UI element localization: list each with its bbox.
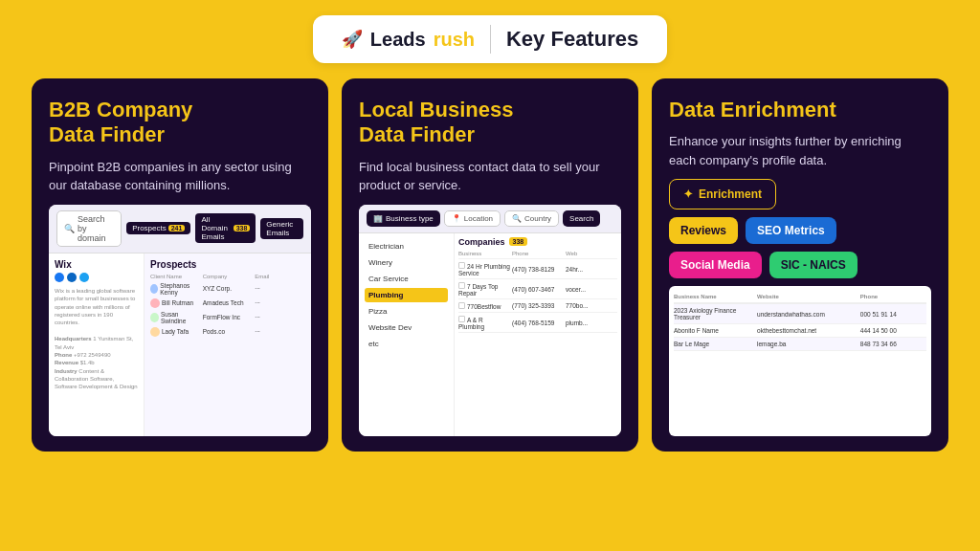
card1-mockup: 🔍 Search by domain Prospects 241 All Dom…: [49, 205, 311, 436]
card2-desc: Find local business contact data to sell…: [359, 158, 621, 195]
col-name: Client Name: [150, 274, 201, 279]
biz2-web: vocer...: [566, 286, 617, 293]
list-item-active[interactable]: Plumbing: [365, 288, 448, 302]
row1-name: 2023 Axiology Finance Treasurer: [674, 307, 753, 320]
card-b2b: B2B CompanyData Finder Pinpoint B2B comp…: [32, 78, 328, 452]
country-label: Country: [524, 214, 551, 223]
domain-label: All Domain Emails: [201, 215, 231, 241]
row4-email: ···: [255, 328, 305, 335]
sic-naics-label: SIC - NAICS: [781, 258, 846, 272]
enrichment-button[interactable]: ✦ Enrichment: [669, 179, 776, 209]
search-label: Search: [569, 214, 593, 223]
location-btn[interactable]: 📍 Location: [444, 210, 501, 227]
page-title: Key Features: [506, 27, 638, 52]
row1-email: ···: [255, 285, 305, 292]
checkbox[interactable]: [458, 316, 465, 322]
search-domain-btn[interactable]: 🔍 Search by domain: [56, 210, 122, 247]
table-row: Lady Tafa Pods.co ···: [150, 327, 305, 337]
results-title: Companies: [458, 237, 505, 247]
company-panel: Wix Wix is a leading global software pla…: [49, 253, 145, 436]
results-count: 338: [509, 237, 528, 246]
prospects-tag[interactable]: Prospects 241: [126, 222, 190, 234]
list-item[interactable]: Car Service: [365, 272, 448, 286]
list-item[interactable]: Winery: [365, 255, 448, 270]
tags-row-2: Social Media SIC - NAICS: [669, 252, 931, 278]
list-item[interactable]: Website Dev: [365, 320, 448, 335]
card3-mockup: ✦ Enrichment Reviews SEO Metrics Social …: [669, 179, 931, 436]
reviews-tag[interactable]: Reviews: [669, 217, 738, 244]
prospects-label: Prospects: [132, 224, 167, 232]
domain-emails-tag[interactable]: All Domain Emails 338: [195, 213, 256, 243]
header-divider: [490, 25, 491, 54]
twitter-icon: [79, 273, 89, 282]
row3-website: lemage.ba: [757, 341, 857, 347]
checkbox[interactable]: [458, 282, 465, 289]
row1-website: understandwhathas.com: [757, 311, 857, 318]
generic-label: Generic Emails: [266, 220, 298, 237]
table-row: 2023 Axiology Finance Treasurer understa…: [674, 304, 926, 324]
checkbox[interactable]: [458, 302, 465, 309]
sparkle-icon: ✦: [683, 187, 693, 201]
building-icon: 🏢: [373, 214, 383, 223]
generic-emails-tag[interactable]: Generic Emails: [260, 218, 303, 239]
header-bar: 🚀 Leadsrush Key Features: [313, 15, 667, 63]
table-row: 770Bestflow (770) 325-3393 770bo...: [458, 302, 617, 313]
biz1-name: 24 Hr Plumbing Service: [458, 263, 510, 276]
row3-phone: 848 73 34 66: [860, 341, 926, 347]
card2-title: Local BusinessData Finder: [359, 98, 621, 148]
results-header: Companies 338: [458, 237, 617, 247]
col-email: Email: [255, 274, 305, 279]
col-web: Web: [566, 251, 617, 256]
prospects-title: Prospects: [150, 259, 305, 270]
sic-naics-tag[interactable]: SIC - NAICS: [769, 252, 858, 278]
facebook-icon: [55, 273, 64, 282]
country-btn[interactable]: 🔍 Country: [504, 210, 559, 227]
table-row: Bar Le Mage lemage.ba 848 73 34 66: [674, 338, 926, 351]
avatar: [150, 327, 160, 337]
category-list: Electrician Winery Car Service Plumbing …: [359, 233, 455, 436]
prospects-count: 241: [168, 225, 186, 231]
rocket-icon: 🚀: [342, 29, 363, 50]
col-company: Company: [203, 274, 254, 279]
search-icon: 🔍: [512, 214, 522, 223]
seo-metrics-tag[interactable]: SEO Metrics: [746, 217, 836, 244]
col-website: Website: [757, 294, 857, 299]
social-media-label: Social Media: [680, 258, 750, 272]
business-type-btn[interactable]: 🏢 Business type: [367, 210, 440, 227]
seo-metrics-label: SEO Metrics: [757, 224, 825, 237]
checkbox[interactable]: [458, 262, 465, 269]
row2-website: okthebesttomchat.net: [757, 327, 857, 334]
results-panel: Companies 338 Business Phone Web 24 Hr P…: [455, 233, 621, 436]
biz2-phone: (470) 607-3467: [512, 286, 564, 293]
list-item[interactable]: Pizza: [365, 304, 448, 319]
col-phone: Phone: [512, 251, 564, 256]
linkedin-icon: [67, 273, 77, 282]
card2-mockup: 🏢 Business type 📍 Location 🔍 Country Sea…: [359, 205, 621, 436]
avatar: [150, 284, 158, 294]
search-btn[interactable]: Search: [563, 210, 600, 227]
biz3-phone: (770) 325-3393: [512, 302, 564, 309]
row1-company: XYZ Corp.: [203, 285, 254, 292]
row3-email: ···: [255, 314, 305, 320]
col-phone: Phone: [860, 294, 926, 299]
company-name: Wix: [55, 259, 138, 270]
list-item[interactable]: Electrician: [365, 239, 448, 253]
result-header-row: Business Phone Web: [458, 251, 617, 259]
tags-row-1: Reviews SEO Metrics: [669, 217, 931, 244]
social-media-tag[interactable]: Social Media: [669, 252, 762, 278]
table-row: Abonito F Name okthebesttomchat.net 444 …: [674, 324, 926, 338]
business-type-label: Business type: [386, 214, 434, 223]
col-business: Business: [458, 251, 510, 256]
biz1-phone: (470) 738-8129: [512, 266, 564, 273]
table-row: A & R Plumbing (404) 768-5159 plumb...: [458, 316, 617, 333]
logo: 🚀 Leadsrush: [342, 29, 475, 51]
row1-name: Stephanos Kenny: [160, 282, 200, 296]
biz3-web: 770bo...: [566, 302, 617, 309]
row2-email: ···: [255, 299, 305, 306]
row3-name: Bar Le Mage: [674, 341, 753, 347]
list-item[interactable]: etc: [365, 337, 448, 351]
row2-name: Abonito F Name: [674, 327, 753, 334]
row2-company: Amadeus Tech: [203, 299, 254, 306]
biz3-name: 770Bestflow: [467, 303, 501, 310]
domain-count: 338: [234, 225, 251, 231]
